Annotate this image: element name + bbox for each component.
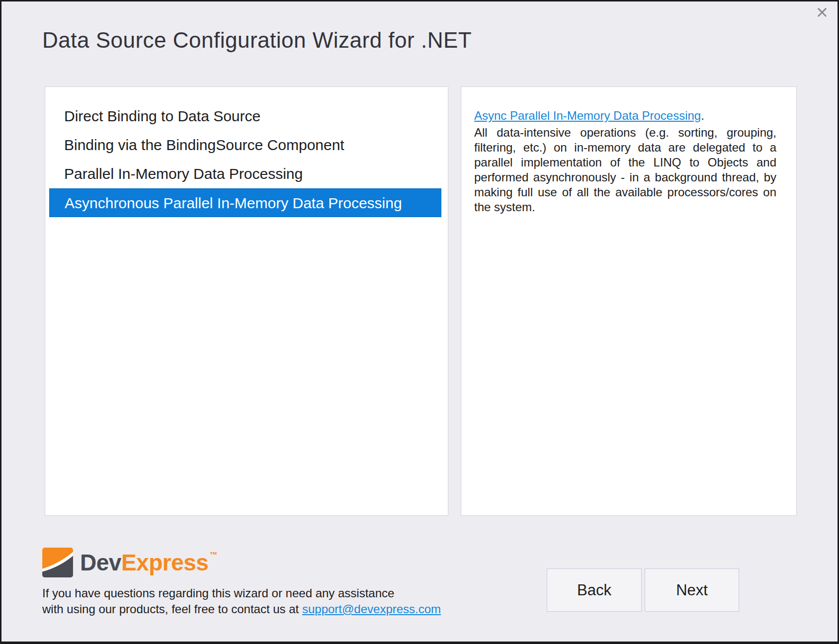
list-item-async-parallel-inmemory[interactable]: Asynchronous Parallel In-Memory Data Pro… [49, 188, 441, 217]
data-source-type-list: Direct Binding to Data Source Binding vi… [45, 86, 448, 516]
description-link-suffix: . [701, 109, 704, 122]
devexpress-brand: DevExpress™ [42, 548, 217, 577]
list-item-direct-binding[interactable]: Direct Binding to Data Source [45, 102, 448, 131]
brand-dev-text: Dev [80, 550, 121, 575]
description-text: All data-intensive operations (e.g. sort… [474, 125, 776, 215]
support-text-line2: with using our products, feel free to co… [42, 602, 302, 616]
brand-express-text: Express [121, 550, 209, 575]
list-item-parallel-inmemory[interactable]: Parallel In-Memory Data Processing [45, 160, 448, 188]
next-button[interactable]: Next [645, 568, 739, 612]
list-item-bindingsource-component[interactable]: Binding via the BindingSource Component [45, 131, 448, 160]
devexpress-logo-icon [42, 548, 73, 577]
description-panel: Async Parallel In-Memory Data Processing… [461, 86, 797, 516]
close-icon[interactable]: × [811, 2, 833, 22]
back-button[interactable]: Back [547, 568, 642, 612]
brand-trademark: ™ [209, 551, 217, 559]
page-title: Data Source Configuration Wizard for .NE… [42, 28, 472, 53]
devexpress-wordmark: DevExpress™ [80, 549, 217, 576]
support-text: If you have questions regarding this wiz… [42, 585, 441, 617]
support-text-line1: If you have questions regarding this wiz… [42, 585, 441, 601]
description-link[interactable]: Async Parallel In-Memory Data Processing [474, 109, 701, 122]
description-heading: Async Parallel In-Memory Data Processing… [474, 109, 776, 123]
support-email-link[interactable]: support@devexpress.com [302, 602, 441, 616]
